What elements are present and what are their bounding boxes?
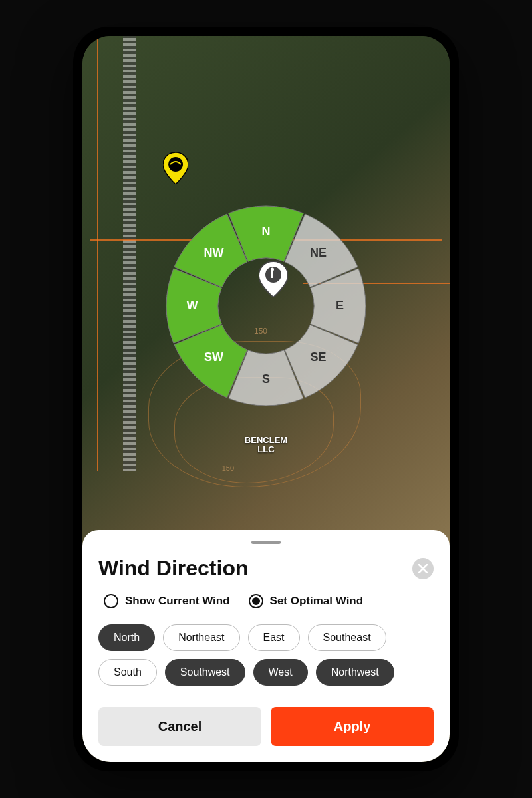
direction-chip-east[interactable]: East	[248, 624, 300, 651]
phone-screen: NNEESESSWWNW150 BENCLEM LLC 150 Wind Dir…	[82, 36, 450, 762]
svg-rect-2	[271, 270, 273, 278]
direction-chip-north[interactable]: North	[98, 624, 155, 651]
elevation-label: 150	[222, 464, 234, 472]
apply-button[interactable]: Apply	[271, 707, 434, 746]
direction-chip-northeast[interactable]: Northeast	[163, 624, 239, 651]
compass-label-se: SE	[310, 350, 326, 364]
parcel-owner-label: BENCLEM LLC	[245, 436, 287, 455]
radio-label: Show Current Wind	[125, 595, 230, 608]
close-button[interactable]	[412, 558, 434, 579]
radio-icon	[249, 594, 263, 608]
parcel-label-line2: LLC	[245, 445, 287, 454]
radio-icon	[104, 594, 118, 608]
compass-label-e: E	[336, 299, 344, 312]
direction-chip-southeast[interactable]: Southeast	[308, 624, 386, 651]
sheet-title: Wind Direction	[98, 556, 248, 581]
compass-label-nw: NW	[204, 246, 224, 259]
center-location-pin[interactable]	[259, 261, 288, 297]
sheet-header: Wind Direction	[98, 556, 434, 581]
wind-mode-radio-group: Show Current WindSet Optimal Wind	[98, 594, 434, 608]
radio-label: Set Optimal Wind	[270, 595, 364, 608]
map-pin-marker[interactable]	[163, 152, 188, 184]
radio-option-0[interactable]: Show Current Wind	[104, 594, 230, 608]
map-view[interactable]: NNEESESSWWNW150 BENCLEM LLC 150 Wind Dir…	[82, 36, 450, 762]
bottom-sheet: Wind Direction Show Current WindSet Opti…	[82, 530, 450, 762]
compass-inner-elev: 150	[254, 327, 267, 336]
compass-label-sw: SW	[204, 350, 223, 364]
cancel-button[interactable]: Cancel	[98, 707, 261, 746]
svg-point-3	[271, 267, 274, 271]
property-boundary	[97, 36, 98, 471]
action-button-row: Cancel Apply	[98, 707, 434, 746]
direction-chip-northwest[interactable]: Northwest	[316, 659, 394, 686]
compass-label-w: W	[187, 299, 198, 312]
direction-chip-south[interactable]: South	[98, 659, 157, 686]
railroad-track	[123, 36, 136, 471]
close-icon	[418, 564, 428, 573]
phone-frame: NNEESESSWWNW150 BENCLEM LLC 150 Wind Dir…	[73, 27, 459, 771]
compass-label-s: S	[262, 372, 270, 386]
wind-compass[interactable]: NNEESESSWWNW150	[163, 203, 369, 409]
direction-chip-west[interactable]: West	[253, 659, 308, 686]
direction-chip-southwest[interactable]: Southwest	[165, 659, 245, 686]
direction-chip-group: NorthNortheastEastSoutheastSouthSouthwes…	[98, 624, 434, 686]
compass-label-ne: NE	[310, 246, 327, 259]
compass-label-n: N	[262, 225, 271, 238]
radio-option-1[interactable]: Set Optimal Wind	[249, 594, 364, 608]
sheet-drag-handle[interactable]	[251, 541, 281, 544]
